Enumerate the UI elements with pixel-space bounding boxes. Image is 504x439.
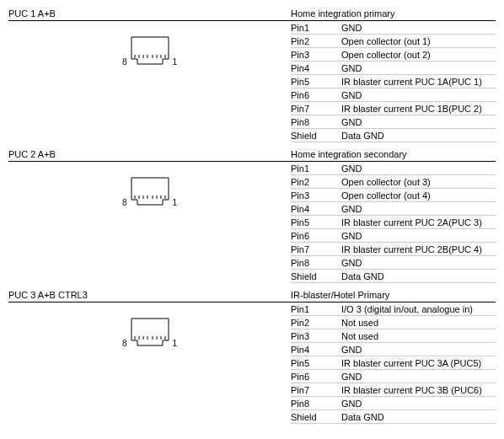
pin-row: Pin3Not used xyxy=(291,329,496,343)
pin-table: Pin1I/O 3 (digital in/out, analogue in)P… xyxy=(291,302,496,424)
pin-description: Not used xyxy=(341,318,496,328)
pin-description: IR blaster current PUC 3A (PUC5) xyxy=(341,358,496,368)
pin-name: Pin2 xyxy=(291,177,341,187)
pin-description: GND xyxy=(341,204,496,214)
pin-row: Pin2Not used xyxy=(291,316,496,329)
pin-description: I/O 3 (digital in/out, analogue in) xyxy=(341,304,496,314)
pin-row: Pin1GND xyxy=(291,21,496,35)
pin-description: GND xyxy=(341,90,496,100)
pin-description: GND xyxy=(341,117,496,127)
pin-name: Pin4 xyxy=(291,204,341,214)
pin-row: Pin7IR blaster current PUC 2B(PUC 4) xyxy=(291,243,496,256)
pin-name: Pin5 xyxy=(291,77,341,87)
rj45-icon xyxy=(131,177,169,209)
pin-name: Shield xyxy=(291,412,341,422)
pin-name: Pin6 xyxy=(291,372,341,382)
pin-description: GND xyxy=(341,23,496,33)
pin-row: Pin8GND xyxy=(291,256,496,270)
pin-row: Pin3Open collector (out 4) xyxy=(291,189,496,202)
section-header: PUC 2 A+BHome integration secondary xyxy=(8,149,496,162)
section-title: PUC 2 A+B xyxy=(8,149,291,159)
connector-pin-right-label: 1 xyxy=(173,339,178,350)
pin-table: Pin1GNDPin2Open collector (out 1)Pin3Ope… xyxy=(291,21,496,142)
rj45-icon xyxy=(131,318,169,350)
pin-name: Shield xyxy=(291,271,341,281)
connector-column: 8 1 xyxy=(8,21,291,142)
pin-row: Pin5IR blaster current PUC 3A (PUC5) xyxy=(291,356,496,370)
pin-name: Pin2 xyxy=(291,318,341,328)
pin-description: GND xyxy=(341,163,496,174)
pin-row: Pin3Open collector (out 2) xyxy=(291,48,496,62)
pin-name: Pin2 xyxy=(291,36,341,46)
pin-row: Pin8GND xyxy=(291,115,496,129)
pin-row: Pin4GND xyxy=(291,202,496,216)
pin-description: GND xyxy=(341,231,496,241)
pin-description: IR blaster current PUC 2B(PUC 4) xyxy=(341,244,496,254)
pin-description: IR blaster current PUC 3B (PUC6) xyxy=(341,385,496,395)
pin-name: Pin4 xyxy=(291,345,341,355)
pin-description: GND xyxy=(341,63,496,73)
pin-description: Open collector (out 2) xyxy=(341,50,496,60)
section-subtitle: Home integration primary xyxy=(291,8,496,19)
section-body: 8 1Pin1GNDPin2Open collector (out 1)Pin3… xyxy=(8,21,496,142)
pin-description: Open collector (out 4) xyxy=(341,190,496,201)
section-header: PUC 3 A+B CTRL3IR-blaster/Hotel Primary xyxy=(8,290,496,302)
pin-description: Open collector (out 1) xyxy=(341,36,496,46)
connector-pin-left-label: 8 xyxy=(122,57,127,68)
pin-name: Pin1 xyxy=(291,304,341,314)
pin-description: Data GND xyxy=(341,131,496,141)
pin-name: Pin4 xyxy=(291,63,341,73)
pin-row: ShieldData GND xyxy=(291,129,496,142)
connector-diagram: 8 1 xyxy=(122,318,177,350)
connector-diagram: 8 1 xyxy=(122,177,177,209)
pin-row: Pin6GND xyxy=(291,370,496,383)
pin-row: Pin2Open collector (out 1) xyxy=(291,35,496,48)
pin-name: Pin5 xyxy=(291,217,341,228)
pin-row: Pin5IR blaster current PUC 1A(PUC 1) xyxy=(291,75,496,88)
pin-description: IR blaster current PUC 2A(PUC 3) xyxy=(341,217,496,228)
pin-row: ShieldData GND xyxy=(291,270,496,283)
section-title: PUC 3 A+B CTRL3 xyxy=(8,290,291,300)
pin-name: Pin7 xyxy=(291,385,341,395)
pin-description: IR blaster current PUC 1A(PUC 1) xyxy=(341,77,496,87)
pin-name: Pin8 xyxy=(291,258,341,268)
section-body: 8 1Pin1I/O 3 (digital in/out, analogue i… xyxy=(8,302,496,424)
section-title: PUC 1 A+B xyxy=(8,8,291,19)
connector-pin-right-label: 1 xyxy=(173,198,178,209)
pin-row: Pin8GND xyxy=(291,397,496,410)
connector-pin-left-label: 8 xyxy=(122,339,127,350)
pin-name: Pin3 xyxy=(291,331,341,341)
pin-row: Pin4GND xyxy=(291,62,496,75)
connector-column: 8 1 xyxy=(8,162,291,283)
pin-description: GND xyxy=(341,399,496,409)
pin-name: Pin3 xyxy=(291,190,341,201)
pin-row: Pin7IR blaster current PUC 1B(PUC 2) xyxy=(291,102,496,115)
pin-name: Pin6 xyxy=(291,90,341,100)
pin-name: Pin8 xyxy=(291,117,341,127)
pin-row: Pin1I/O 3 (digital in/out, analogue in) xyxy=(291,302,496,316)
pin-row: Pin2Open collector (out 3) xyxy=(291,175,496,189)
pin-description: Not used xyxy=(341,331,496,341)
pin-description: GND xyxy=(341,345,496,355)
connector-diagram: 8 1 xyxy=(122,36,177,68)
pin-row: Pin7IR blaster current PUC 3B (PUC6) xyxy=(291,383,496,397)
pin-name: Pin6 xyxy=(291,231,341,241)
pin-name: Pin5 xyxy=(291,358,341,368)
pin-description: GND xyxy=(341,372,496,382)
pin-row: Pin5IR blaster current PUC 2A(PUC 3) xyxy=(291,216,496,229)
pin-description: Open collector (out 3) xyxy=(341,177,496,187)
pin-description: GND xyxy=(341,258,496,268)
connector-pin-left-label: 8 xyxy=(122,198,127,209)
connector-pin-right-label: 1 xyxy=(173,57,178,68)
pin-row: Pin6GND xyxy=(291,88,496,102)
pin-row: Pin4GND xyxy=(291,343,496,356)
pin-name: Pin1 xyxy=(291,23,341,33)
connector-section: PUC 2 A+BHome integration secondary8 1Pi… xyxy=(8,149,496,283)
section-header: PUC 1 A+BHome integration primary xyxy=(8,8,496,21)
pin-name: Pin7 xyxy=(291,244,341,254)
section-subtitle: IR-blaster/Hotel Primary xyxy=(291,290,496,300)
pin-description: Data GND xyxy=(341,271,496,281)
pin-table: Pin1GNDPin2Open collector (out 3)Pin3Ope… xyxy=(291,162,496,283)
section-body: 8 1Pin1GNDPin2Open collector (out 3)Pin3… xyxy=(8,162,496,283)
pin-description: IR blaster current PUC 1B(PUC 2) xyxy=(341,104,496,114)
